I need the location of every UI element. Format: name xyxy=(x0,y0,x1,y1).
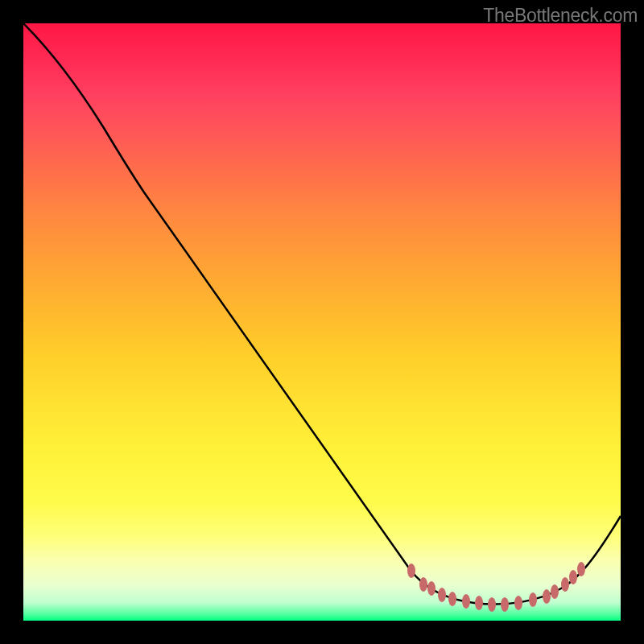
marker-dot xyxy=(577,562,585,576)
chart-frame: TheBottleneck.com xyxy=(0,0,644,644)
marker-dot xyxy=(551,584,559,599)
marker-dot xyxy=(462,594,470,609)
marker-dot xyxy=(448,592,456,606)
marker-dot xyxy=(561,577,569,592)
marker-dot xyxy=(475,596,483,610)
marker-dot xyxy=(501,597,509,612)
marker-dot xyxy=(543,589,551,604)
marker-dot xyxy=(569,570,577,584)
marker-dot xyxy=(407,564,415,578)
marker-dot xyxy=(514,596,522,610)
bottleneck-curve xyxy=(23,23,621,605)
plot-area xyxy=(23,23,621,621)
marker-dot xyxy=(438,588,446,602)
marker-dot xyxy=(529,592,537,607)
marker-dot xyxy=(488,597,496,612)
chart-svg xyxy=(23,23,621,621)
marker-dot xyxy=(427,581,436,596)
marker-dot xyxy=(419,577,427,592)
